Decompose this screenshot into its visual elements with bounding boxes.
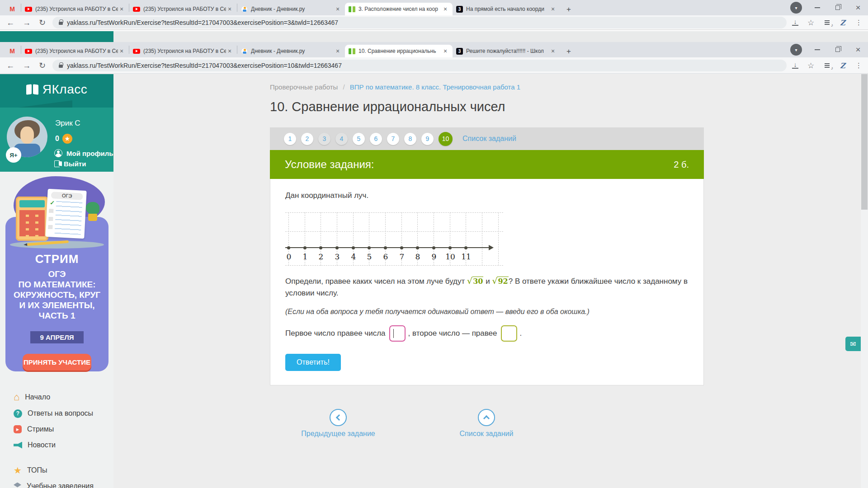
task-list-label[interactable]: Список заданий <box>432 430 541 438</box>
new-tab-button[interactable]: + <box>563 4 575 15</box>
answer-input-2[interactable] <box>501 325 517 342</box>
playlist-extension-icon[interactable] <box>825 62 832 69</box>
close-tab-icon[interactable]: × <box>118 47 125 55</box>
inner-address-bar[interactable]: yaklass.ru/TestWorkRun/Exercise?testResu… <box>52 60 787 71</box>
sidebar-item-tops[interactable]: ★ ТОПы <box>0 464 113 477</box>
back-icon[interactable]: ← <box>6 18 14 27</box>
background-window-page-strip <box>0 30 868 42</box>
sidebar-item-streams[interactable]: ▶ Стримы <box>0 422 113 436</box>
close-tab-icon[interactable]: × <box>226 47 233 55</box>
bookmark-star-icon[interactable]: ☆ <box>807 61 814 70</box>
restore-button[interactable] <box>831 2 844 14</box>
close-tab-icon[interactable]: × <box>549 47 557 55</box>
yaklass-logo[interactable]: ЯКласс <box>0 82 113 97</box>
inner-tab-dnevnik[interactable]: Дневник - Дневник.ру × <box>237 45 345 57</box>
z-extension-icon[interactable]: Z <box>840 61 845 70</box>
close-tab-icon[interactable]: × <box>334 5 341 13</box>
points-value: 0 <box>55 135 59 143</box>
minimize-button[interactable] <box>811 2 824 14</box>
z-extension-icon[interactable]: Z <box>840 18 845 27</box>
breadcrumb-root[interactable]: Проверочные работы <box>270 83 338 91</box>
minimize-button[interactable] <box>811 44 824 56</box>
sidebar-item-news[interactable]: Новости <box>0 438 113 452</box>
outer-tab-youtube-2[interactable]: (235) Устроился на РАБОТУ в Се × <box>129 3 237 15</box>
sidebar-item-schools[interactable]: Учебные заведения <box>0 479 113 488</box>
outer-tab-yaklass-active[interactable]: 3. Расположение чисел на коор × <box>345 3 453 15</box>
chrome-menu-icon[interactable]: ⋮ <box>855 19 862 27</box>
reload-icon[interactable]: ↻ <box>39 61 46 70</box>
close-window-button[interactable]: × <box>851 44 865 56</box>
tick-label: 5 <box>364 252 374 261</box>
pager-item-8[interactable]: 8 <box>404 133 416 145</box>
answer-input-1[interactable] <box>389 325 406 342</box>
previous-task-label[interactable]: Предыдущее задание <box>284 430 392 438</box>
previous-task-button[interactable] <box>330 409 347 426</box>
close-tab-icon[interactable]: × <box>226 5 233 13</box>
feedback-envelope-button[interactable]: ✉ <box>845 337 861 351</box>
pager-item-10-current[interactable]: 10 <box>439 132 453 146</box>
pager-item-7[interactable]: 7 <box>387 133 399 145</box>
logout-link[interactable]: Выйти <box>54 160 86 168</box>
back-icon[interactable]: ← <box>6 61 14 70</box>
outer-tab-dnevnik[interactable]: Дневник - Дневник.ру × <box>237 3 345 15</box>
yaklass-icon <box>349 6 355 12</box>
close-tab-icon[interactable]: × <box>118 5 125 13</box>
outer-tab-znanija[interactable]: 3 На прямой есть начало коорди × <box>453 3 560 15</box>
playlist-extension-icon[interactable] <box>825 19 832 26</box>
sidebar-item-home[interactable]: ⌂ Начало <box>0 390 113 404</box>
megaphone-icon <box>14 442 22 449</box>
banner-line: ОГЭ <box>5 269 108 279</box>
pager-item-1[interactable]: 1 <box>284 133 296 145</box>
task-header: Условие задания: 2 б. <box>270 150 704 179</box>
gmail-icon: M <box>9 5 15 13</box>
restore-button[interactable] <box>831 44 844 56</box>
close-tab-icon[interactable]: × <box>442 5 449 13</box>
close-tab-icon[interactable]: × <box>442 47 449 55</box>
my-profile-link[interactable]: Мой профиль <box>54 149 113 157</box>
outer-address-bar[interactable]: yaklass.ru/TestWorkRun/Exercise?testResu… <box>52 17 787 28</box>
scrollbar-thumb[interactable] <box>861 74 868 210</box>
inner-tab-youtube-2[interactable]: (235) Устроился на РАБОТУ в Се × <box>129 45 237 57</box>
forward-icon[interactable]: → <box>23 61 31 70</box>
tick-label: 11 <box>461 252 471 261</box>
chrome-menu-icon[interactable]: ⋮ <box>855 61 862 70</box>
close-tab-icon[interactable]: × <box>334 47 341 55</box>
inner-tab-yaklass-active[interactable]: 10. Сравнение иррациональнь × <box>345 45 453 57</box>
inner-tab-znanija[interactable]: 3 Решите пожалуйста!!!!!! - Школ × <box>453 45 560 57</box>
join-stream-button[interactable]: ПРИНЯТЬ УЧАСТИЕ <box>23 354 91 371</box>
task-list-link[interactable]: Список заданий <box>462 135 516 143</box>
tick-label: 0 <box>284 252 294 261</box>
chrome-update-icon[interactable]: ▾ <box>790 2 802 14</box>
close-window-button[interactable]: × <box>851 2 865 14</box>
inner-tab-youtube-1[interactable]: (235) Устроился на РАБОТУ в Се × <box>21 45 129 57</box>
pager-item-5[interactable]: 5 <box>353 133 365 145</box>
bookmark-star-icon[interactable]: ☆ <box>807 18 814 27</box>
close-tab-icon[interactable]: × <box>549 5 557 13</box>
page-scrollbar[interactable] <box>861 74 868 488</box>
answer-label-1: Первое число правее числа <box>285 329 386 338</box>
breadcrumb-link[interactable]: ВПР по математике. 8 класс. Тренировочна… <box>350 83 520 91</box>
pager-item-4[interactable]: 4 <box>335 133 348 145</box>
pager-item-3[interactable]: 3 <box>318 133 330 145</box>
hint-note: (Если на оба вопроса у тебя получается о… <box>285 308 590 316</box>
download-icon[interactable]: ↓ <box>792 19 798 26</box>
outer-tab-gmail[interactable]: M <box>4 3 21 15</box>
pager-item-9[interactable]: 9 <box>421 133 434 145</box>
chrome-update-icon[interactable]: ▾ <box>790 44 802 56</box>
lock-icon <box>59 22 63 25</box>
pager-item-6[interactable]: 6 <box>370 133 382 145</box>
outer-tab-youtube-1[interactable]: (235) Устроился на РАБОТУ в Се × <box>21 3 129 15</box>
answer-button[interactable]: Ответить! <box>285 354 341 371</box>
tab-title: 10. Сравнение иррациональнь <box>359 48 442 54</box>
sidebar-item-answers[interactable]: ? Ответы на вопросы <box>0 407 113 420</box>
inner-tab-gmail[interactable]: M <box>4 45 21 57</box>
task-points: 2 б. <box>674 160 689 170</box>
download-icon[interactable]: ↓ <box>792 62 798 69</box>
task-list-button[interactable] <box>478 409 495 426</box>
sidebar-logo-header[interactable]: ЯКласс <box>0 74 113 108</box>
banner-line: ПО МАТЕМАТИКЕ: <box>5 280 108 290</box>
reload-icon[interactable]: ↻ <box>39 18 46 28</box>
new-tab-button[interactable]: + <box>563 46 575 57</box>
forward-icon[interactable]: → <box>23 18 31 27</box>
pager-item-2[interactable]: 2 <box>301 133 313 145</box>
